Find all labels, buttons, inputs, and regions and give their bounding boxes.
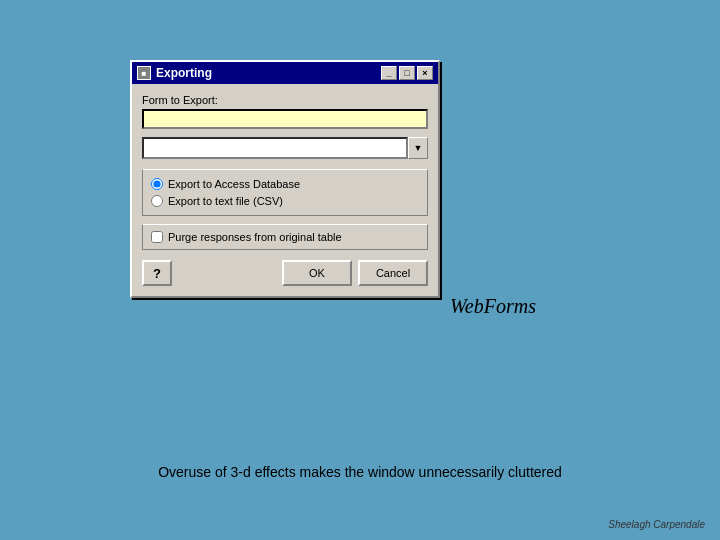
radio-csv-label: Export to text file (CSV) bbox=[168, 195, 283, 207]
purge-checkbox-label: Purge responses from original table bbox=[168, 231, 342, 243]
purge-checkbox-input[interactable] bbox=[151, 231, 163, 243]
dropdown-row: ▼ bbox=[142, 137, 428, 159]
webforms-label: WebForms bbox=[450, 295, 536, 318]
exporting-dialog: ■ Exporting _ □ × Form to Export: ▼ bbox=[130, 60, 440, 298]
restore-button[interactable]: □ bbox=[399, 66, 415, 80]
dialog-body: Form to Export: ▼ Export to Access Datab… bbox=[132, 84, 438, 296]
dropdown-arrow-button[interactable]: ▼ bbox=[408, 137, 428, 159]
radio-csv-input[interactable] bbox=[151, 195, 163, 207]
title-bar-left: ■ Exporting bbox=[137, 66, 212, 80]
dialog-title: Exporting bbox=[156, 66, 212, 80]
attribution-text: Sheelagh Carpendale bbox=[608, 519, 705, 530]
radio-access-db-input[interactable] bbox=[151, 178, 163, 190]
help-button[interactable]: ? bbox=[142, 260, 172, 286]
ok-cancel-group: OK Cancel bbox=[282, 260, 428, 286]
export-type-group: Export to Access Database Export to text… bbox=[142, 169, 428, 216]
radio-access-db: Export to Access Database bbox=[151, 178, 419, 190]
title-bar: ■ Exporting _ □ × bbox=[132, 62, 438, 84]
close-button[interactable]: × bbox=[417, 66, 433, 80]
form-select-dropdown[interactable] bbox=[142, 137, 408, 159]
cancel-button[interactable]: Cancel bbox=[358, 260, 428, 286]
form-export-label: Form to Export: bbox=[142, 94, 218, 106]
dialog-icon: ■ bbox=[137, 66, 151, 80]
form-export-label-row: Form to Export: bbox=[142, 94, 428, 106]
form-export-group: Form to Export: bbox=[142, 94, 428, 129]
minimize-button[interactable]: _ bbox=[381, 66, 397, 80]
radio-csv: Export to text file (CSV) bbox=[151, 195, 419, 207]
purge-checkbox-option: Purge responses from original table bbox=[151, 231, 419, 243]
purge-checkbox-group: Purge responses from original table bbox=[142, 224, 428, 250]
buttons-row: ? OK Cancel bbox=[142, 260, 428, 286]
radio-access-db-label: Export to Access Database bbox=[168, 178, 300, 190]
bottom-caption: Overuse of 3-d effects makes the window … bbox=[158, 464, 562, 480]
title-buttons: _ □ × bbox=[381, 66, 433, 80]
ok-button[interactable]: OK bbox=[282, 260, 352, 286]
form-export-input[interactable] bbox=[142, 109, 428, 129]
